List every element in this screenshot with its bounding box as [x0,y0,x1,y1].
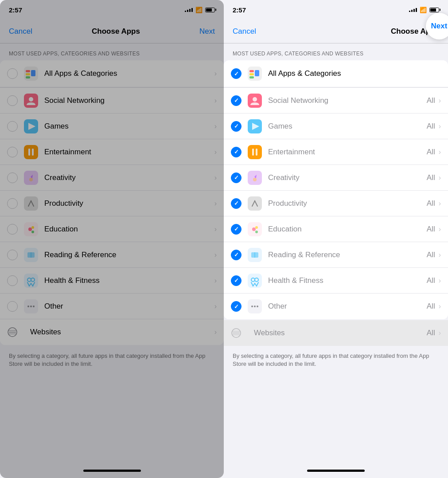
all-label-entertainment: All [427,148,435,157]
all-label-reading: All [427,251,435,259]
checkbox-other-left[interactable] [7,301,18,312]
next-button-left[interactable]: Next [199,27,215,36]
svg-rect-1 [26,70,30,72]
checkbox-education-left[interactable] [7,224,18,235]
cancel-button-left[interactable]: Cancel [9,27,32,36]
time-left: 2:57 [9,6,22,14]
checkbox-education-right[interactable] [231,224,242,235]
checkbox-social-left[interactable] [7,95,18,106]
list-item-all-apps-right[interactable]: All Apps & Categories [224,60,448,88]
svg-point-50 [255,226,258,229]
section-header-right: MOST USED APPS, CATEGORIES AND WEBSITES [224,43,448,60]
label-all-apps-right: All Apps & Categories [268,69,441,78]
list-item-websites-right[interactable]: Websites All › [224,320,448,346]
list-item-all-apps-left[interactable]: All Apps & Categories › [0,60,224,88]
svg-point-18 [31,231,34,233]
icon-all-apps-left [24,67,38,81]
label-entertainment-left: Entertainment [44,148,214,157]
chevron-all-apps-left: › [214,70,217,78]
list-item-productivity-right[interactable]: Productivity All › [224,191,448,216]
list-item-other-right[interactable]: Other All › [224,294,448,319]
list-item-social-right[interactable]: Social Networking All › [224,88,448,114]
svg-rect-11 [32,149,34,156]
label-games-right: Games [268,122,427,131]
svg-point-60 [254,306,256,307]
checkbox-creativity-right[interactable] [231,172,242,183]
list-item-websites-left[interactable]: Websites › [0,319,224,345]
list-item-reading-left[interactable]: Reading & Reference › [0,242,224,268]
label-reading-left: Reading & Reference [44,251,214,259]
right-panel: 2:57 📶 Cancel Choose Apps Next MOST USED… [224,0,448,478]
icon-productivity-right [248,196,262,211]
checkbox-reading-left[interactable] [7,250,18,260]
battery-icon-right [429,8,439,12]
label-all-apps-left: All Apps & Categories [44,69,214,78]
icon-games-left [24,119,38,133]
list-item-entertainment-left[interactable]: Entertainment › [0,139,224,165]
checkbox-websites-right[interactable] [231,328,242,338]
svg-point-16 [28,227,32,231]
list-item-health-left[interactable]: Health & Fitness › [0,268,224,294]
icon-creativity-right [248,171,262,185]
chevron-creativity-right: › [439,174,441,182]
checkbox-websites-left[interactable] [7,327,18,337]
chevron-education-left: › [214,225,217,233]
chevron-health-right: › [439,277,441,285]
chevron-games-right: › [439,122,441,130]
checkbox-other-right[interactable] [231,301,242,312]
checkbox-productivity-right[interactable] [231,198,242,209]
checkbox-entertainment-left[interactable] [7,147,18,157]
home-bar-left [83,470,141,472]
checkbox-all-apps-right[interactable] [231,68,242,79]
list-item-entertainment-right[interactable]: Entertainment All › [224,139,448,165]
label-health-right: Health & Fitness [268,276,427,285]
list-item-education-left[interactable]: Education › [0,216,224,242]
checkbox-games-left[interactable] [7,121,18,132]
checkbox-entertainment-right[interactable] [231,147,242,157]
svg-point-6 [29,97,33,102]
list-item-social-left[interactable]: Social Networking › [0,88,224,114]
cancel-button-right[interactable]: Cancel [233,27,256,36]
svg-point-39 [253,97,257,102]
checkbox-reading-right[interactable] [231,250,242,260]
checkbox-all-apps-left[interactable] [7,68,18,79]
list-item-productivity-left[interactable]: Productivity › [0,191,224,216]
list-item-education-right[interactable]: Education All › [224,216,448,242]
checkbox-games-right[interactable] [231,121,242,132]
svg-rect-35 [249,73,254,75]
label-social-left: Social Networking [44,96,214,105]
checkbox-social-right[interactable] [231,95,242,106]
all-label-other: All [427,302,435,311]
checkbox-productivity-left[interactable] [7,198,18,209]
list-item-other-left[interactable]: Other › [0,294,224,319]
all-label-productivity: All [427,199,435,208]
svg-rect-10 [28,149,30,156]
list-item-health-right[interactable]: Health & Fitness All › [224,268,448,294]
chevron-reading-left: › [214,251,217,259]
list-item-creativity-right[interactable]: Creativity All › [224,165,448,191]
signal-icon-right [409,8,417,12]
chevron-social-right: › [439,97,441,105]
icon-reading-right [248,248,262,262]
all-label-websites: All [427,329,435,337]
list-item-creativity-left[interactable]: Creativity › [0,165,224,191]
footer-left: By selecting a category, all future apps… [0,346,224,377]
chevron-other-right: › [439,302,441,310]
list-item-games-right[interactable]: Games All › [224,114,448,139]
list-item-reading-right[interactable]: Reading & Reference All › [224,242,448,268]
chevron-entertainment-left: › [214,148,217,156]
checkbox-creativity-left[interactable] [7,172,18,183]
svg-rect-34 [249,70,254,72]
checkbox-health-right[interactable] [231,275,242,286]
label-games-left: Games [44,122,214,131]
icon-entertainment-left [24,145,38,159]
icon-education-left [24,222,38,236]
icon-other-right [248,299,262,313]
checkbox-health-left[interactable] [7,275,18,286]
nav-bar-left: Cancel Choose Apps Next [0,20,224,43]
battery-icon [205,8,215,12]
nav-title-left: Choose Apps [92,27,140,36]
list-item-games-left[interactable]: Games › [0,114,224,139]
chevron-entertainment-right: › [439,148,441,156]
icon-entertainment-right [248,145,262,159]
